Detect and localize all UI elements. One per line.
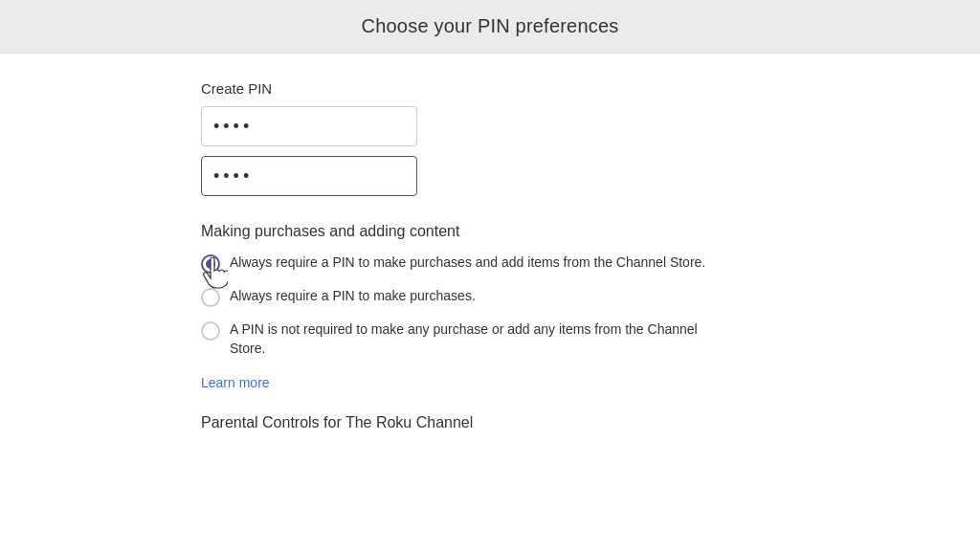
radio-option-1[interactable]: Always require a PIN to make purchases a… — [201, 253, 727, 274]
pin-input-1[interactable] — [201, 106, 417, 146]
radio-label-1: Always require a PIN to make purchases a… — [230, 253, 705, 273]
create-pin-label: Create PIN — [201, 80, 417, 97]
radio-label-3: A PIN is not required to make any purcha… — [230, 320, 727, 358]
radio-button-1[interactable] — [201, 254, 220, 274]
radio-option-1-wrapper: Always require a PIN to make purchases a… — [201, 253, 727, 274]
create-pin-section: Create PIN — [201, 80, 417, 206]
radio-label-2: Always require a PIN to make purchases. — [230, 287, 476, 306]
parental-section: Parental Controls for The Roku Channel — [201, 414, 473, 431]
learn-more-link[interactable]: Learn more — [201, 375, 270, 390]
top-bar: Choose your PIN preferences — [0, 0, 980, 54]
parental-section-title: Parental Controls for The Roku Channel — [201, 414, 473, 431]
page-title: Choose your PIN preferences — [362, 15, 619, 37]
main-content: Create PIN Making purchases and adding c… — [0, 54, 980, 551]
radio-button-2[interactable] — [201, 288, 220, 307]
purchases-section: Making purchases and adding content Alwa… — [201, 223, 727, 391]
radio-option-2[interactable]: Always require a PIN to make purchases. — [201, 287, 727, 307]
pin-input-2[interactable] — [201, 156, 417, 196]
radio-option-3[interactable]: A PIN is not required to make any purcha… — [201, 320, 727, 358]
radio-button-3[interactable] — [201, 321, 220, 341]
purchases-section-title: Making purchases and adding content — [201, 223, 727, 240]
